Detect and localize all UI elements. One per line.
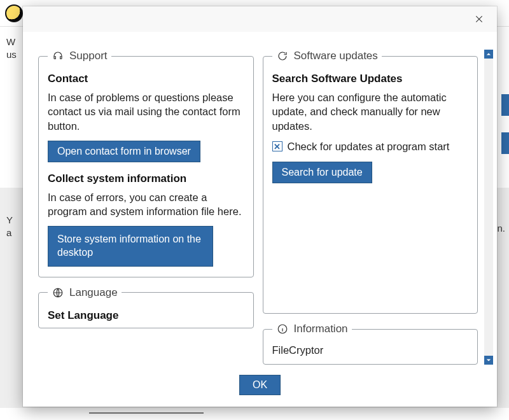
information-legend: Information (272, 323, 352, 335)
updates-legend: Software updates (272, 50, 382, 62)
ok-button[interactable]: OK (239, 375, 281, 395)
info-icon (276, 323, 289, 335)
right-column: Software updates Search Software Updates… (263, 50, 478, 365)
collect-sysinfo-text: In case of errors, you can create a prog… (48, 190, 244, 219)
support-legend-label: Support (69, 50, 108, 62)
updates-text: Here you can configure the automatic upd… (272, 90, 469, 133)
dialog-scrollbar[interactable] (484, 50, 493, 365)
scrollbar-track[interactable] (484, 59, 493, 356)
headset-icon (52, 50, 64, 62)
refresh-icon (276, 50, 289, 62)
check-updates-at-start-row[interactable]: ✕ Check for updates at program start (272, 141, 469, 153)
check-updates-label: Check for updates at program start (288, 141, 450, 153)
search-for-update-button[interactable]: Search for update (272, 162, 372, 183)
contact-heading: Contact (48, 73, 244, 85)
dialog-close-button[interactable] (465, 8, 493, 30)
left-column: Support Contact In case of problems or q… (38, 50, 254, 365)
background-button-sliver-1 (501, 94, 509, 116)
dialog-titlebar (23, 6, 497, 32)
open-contact-form-button[interactable]: Open contact form in browser (48, 141, 200, 162)
scrollbar-up-button[interactable] (484, 50, 493, 59)
support-legend: Support (48, 50, 111, 62)
background-text-fragment-top: W us (6, 36, 17, 62)
language-legend: Language (48, 286, 122, 299)
support-group: Support Contact In case of problems or q… (38, 50, 254, 277)
store-sysinfo-button[interactable]: Store system information on the desktop (48, 226, 213, 267)
contact-text: In case of problems or questions please … (48, 90, 244, 133)
updates-group: Software updates Search Software Updates… (263, 50, 478, 314)
scrollbar-down-button[interactable] (484, 356, 493, 365)
background-button-sliver-2 (501, 132, 509, 154)
product-name: FileCryptor (272, 344, 469, 356)
information-group: Information FileCryptor (263, 323, 478, 365)
language-legend-label: Language (69, 286, 118, 299)
app-logo (5, 4, 23, 22)
background-text-fragment-right: n. (497, 223, 505, 234)
set-language-heading: Set Language (48, 309, 244, 322)
information-legend-label: Information (294, 323, 348, 335)
updates-legend-label: Software updates (294, 50, 378, 62)
settings-dialog: Support Contact In case of problems or q… (23, 6, 497, 407)
updates-heading: Search Software Updates (272, 73, 469, 85)
checkbox-mark: ✕ (274, 143, 281, 151)
background-underline (89, 412, 204, 414)
dialog-body: Support Contact In case of problems or q… (23, 32, 497, 368)
check-updates-checkbox[interactable]: ✕ (272, 141, 282, 151)
language-group: Language Set Language (38, 286, 254, 328)
background-text-fragment-mid: Y a (6, 214, 13, 240)
dialog-footer: OK (23, 368, 497, 407)
globe-icon (52, 286, 64, 299)
collect-sysinfo-heading: Collect system information (48, 172, 244, 185)
